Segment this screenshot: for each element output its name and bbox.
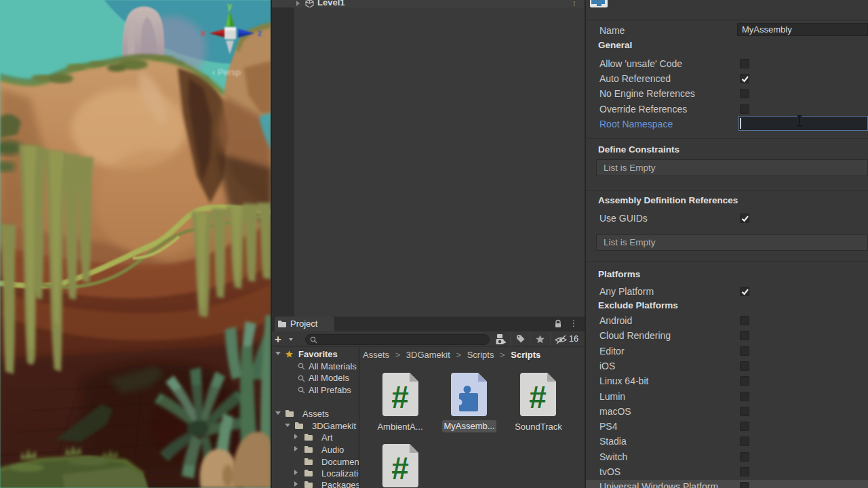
svg-text:x: x: [201, 28, 206, 38]
svg-text:y: y: [227, 1, 233, 11]
svg-text:#: #: [391, 380, 409, 415]
svg-text:#: #: [529, 380, 547, 415]
svg-text:#: #: [391, 451, 409, 486]
svg-text:‹ Persp: ‹ Persp: [212, 67, 241, 77]
svg-text:z: z: [258, 28, 262, 38]
